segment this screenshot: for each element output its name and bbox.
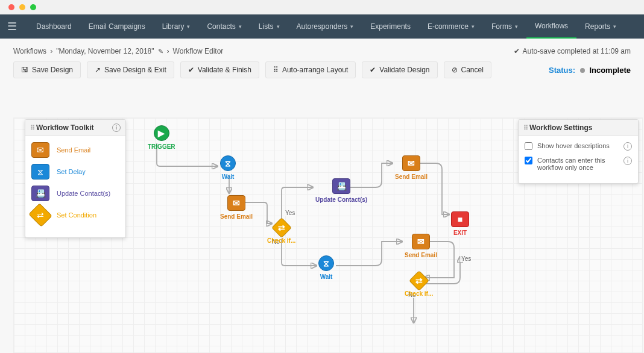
update-icon: 📇: [332, 178, 350, 194]
chevron-down-icon: ▾: [472, 23, 475, 30]
auto-arrange-button[interactable]: ⠿Auto-arrange Layout: [265, 61, 356, 78]
drag-grip-icon[interactable]: ⠿: [523, 124, 527, 131]
set-condition-icon: ⇄: [28, 203, 52, 227]
check2-icon: ⇄: [409, 270, 429, 291]
workflow-node-wait2[interactable]: ⧖Wait: [318, 255, 334, 280]
trigger-icon: ▶: [154, 125, 169, 141]
validate-button[interactable]: ✔Validate Design: [362, 61, 437, 78]
check-icon: ✔: [514, 47, 520, 55]
wait2-icon: ⧖: [318, 255, 334, 271]
close-window-icon[interactable]: [8, 4, 14, 10]
status-value: Incomplete: [589, 66, 631, 75]
nav-item-contacts[interactable]: Contacts▾: [198, 14, 250, 39]
settings-panel[interactable]: ⠿Workflow Settings Show hover descriptio…: [518, 119, 639, 184]
breadcrumb-item[interactable]: "Monday, November 12, 2018": [56, 47, 154, 55]
workflow-node-send3[interactable]: ✉Send Email: [405, 234, 437, 258]
node-label: Wait: [222, 173, 235, 180]
chevron-down-icon: ▾: [239, 23, 242, 30]
toolkit-panel[interactable]: ⠿Workflow Toolkit i ✉Send Email⧖Set Dela…: [25, 119, 126, 238]
edge-label-yes: Yes: [284, 210, 296, 216]
toolbar: 🖫Save Design ↗Save Design & Exit ✔Valida…: [0, 61, 644, 86]
drag-grip-icon[interactable]: ⠿: [30, 124, 34, 131]
chevron-down-icon: ▾: [187, 23, 190, 30]
check-icon: ✔: [370, 66, 376, 74]
hamburger-menu-icon[interactable]: ☰: [7, 20, 17, 33]
chevron-down-icon: ▾: [350, 23, 353, 30]
setting-label: Contacts can enter this workflow only on…: [537, 157, 619, 171]
window-titlebar: [0, 0, 644, 14]
nav-item-forms[interactable]: Forms▾: [483, 14, 526, 39]
exit-icon: ↗: [95, 66, 101, 74]
workflow-node-send2[interactable]: ✉Send Email: [395, 155, 428, 180]
exit-icon: ■: [451, 211, 469, 227]
send3-icon: ✉: [412, 234, 430, 249]
update-contact-s--icon: 📇: [31, 186, 49, 201]
nav-item-email-campaigns[interactable]: Email Campaigns: [80, 14, 154, 39]
info-icon[interactable]: i: [112, 123, 121, 132]
node-label: Check if...: [267, 237, 295, 244]
hover-descriptions-checkbox[interactable]: [525, 142, 532, 150]
maximize-window-icon[interactable]: [30, 4, 36, 10]
setting-label: Show hover descriptions: [537, 142, 610, 149]
info-icon[interactable]: i: [623, 142, 632, 151]
grid-icon: ⠿: [273, 66, 279, 74]
settings-header[interactable]: ⠿Workflow Settings: [519, 120, 638, 136]
node-label: Wait: [320, 273, 333, 280]
node-label: Update Contact(s): [315, 196, 367, 203]
node-label: EXIT: [453, 230, 467, 236]
cancel-button[interactable]: ⊘Cancel: [444, 61, 491, 78]
workflow-canvas[interactable]: Yes No Yes No ▶TRIGGER⧖Wait✉Send Email⇄C…: [13, 117, 643, 353]
validate-finish-button[interactable]: ✔Validate & Finish: [180, 61, 259, 78]
nav-item-dashboard[interactable]: Dashboard: [28, 14, 80, 39]
set-delay-icon: ⧖: [31, 164, 49, 180]
toolkit-item-set-condition[interactable]: ⇄Set Condition: [31, 207, 119, 223]
toolkit-item-send-email[interactable]: ✉Send Email: [31, 142, 119, 158]
minimize-window-icon[interactable]: [19, 4, 25, 10]
workflow-node-check2[interactable]: ⇄Check if...: [405, 273, 433, 297]
workflow-node-wait1[interactable]: ⧖Wait: [220, 155, 236, 180]
edge-label-yes: Yes: [460, 255, 472, 262]
edit-name-icon[interactable]: ✎: [158, 48, 163, 55]
wait1-icon: ⧖: [220, 155, 236, 171]
check-icon: ✔: [188, 66, 194, 74]
save-button[interactable]: 🖫Save Design: [13, 61, 81, 78]
top-nav: ☰ DashboardEmail CampaignsLibrary▾Contac…: [0, 14, 644, 39]
node-label: Check if...: [405, 290, 433, 297]
workflow-node-update[interactable]: 📇Update Contact(s): [315, 178, 367, 203]
toolkit-header[interactable]: ⠿Workflow Toolkit i: [25, 120, 125, 136]
save-exit-button[interactable]: ↗Save Design & Exit: [87, 61, 174, 78]
nav-item-autoresponders[interactable]: Autoresponders▾: [288, 14, 362, 39]
breadcrumb-bar: Workflows › "Monday, November 12, 2018" …: [0, 39, 644, 61]
send2-icon: ✉: [402, 155, 420, 171]
nav-item-library[interactable]: Library▾: [154, 14, 199, 39]
node-label: Send Email: [220, 213, 253, 220]
workflow-node-trigger[interactable]: ▶TRIGGER: [148, 125, 175, 150]
cancel-icon: ⊘: [452, 66, 458, 74]
nav-item-experiments[interactable]: Experiments: [362, 14, 419, 39]
check1-icon: ⇄: [271, 217, 292, 238]
nav-item-e-commerce[interactable]: E-commerce▾: [419, 14, 483, 39]
save-icon: 🖫: [21, 66, 28, 74]
status-dot-icon: [580, 68, 585, 73]
status-display: Status: Incomplete: [549, 66, 631, 75]
breadcrumb-root[interactable]: Workflows: [13, 47, 46, 55]
node-label: Send Email: [395, 173, 428, 180]
info-icon[interactable]: i: [623, 157, 632, 165]
chevron-down-icon: ▾: [277, 23, 280, 30]
workflow-node-check1[interactable]: ⇄Check if...: [267, 220, 295, 244]
breadcrumb-current: Workflow Editor: [173, 47, 224, 55]
toolkit-item-set-delay[interactable]: ⧖Set Delay: [31, 164, 119, 180]
nav-item-reports[interactable]: Reports▾: [576, 14, 625, 39]
toolkit-item-update-contact-s-[interactable]: 📇Update Contact(s): [31, 186, 119, 201]
send1-icon: ✉: [227, 195, 245, 211]
chevron-down-icon: ▾: [613, 23, 616, 30]
nav-item-workflows[interactable]: Workflows: [526, 14, 576, 39]
enter-once-checkbox[interactable]: [525, 157, 532, 164]
autosave-status: ✔ Auto-save completed at 11:09 am: [514, 47, 631, 55]
chevron-down-icon: ▾: [515, 23, 518, 30]
workflow-node-send1[interactable]: ✉Send Email: [220, 195, 253, 220]
nav-item-lists[interactable]: Lists▾: [250, 14, 288, 39]
node-label: Send Email: [405, 252, 437, 258]
node-label: TRIGGER: [148, 143, 175, 150]
workflow-node-exit[interactable]: ■EXIT: [451, 211, 469, 236]
